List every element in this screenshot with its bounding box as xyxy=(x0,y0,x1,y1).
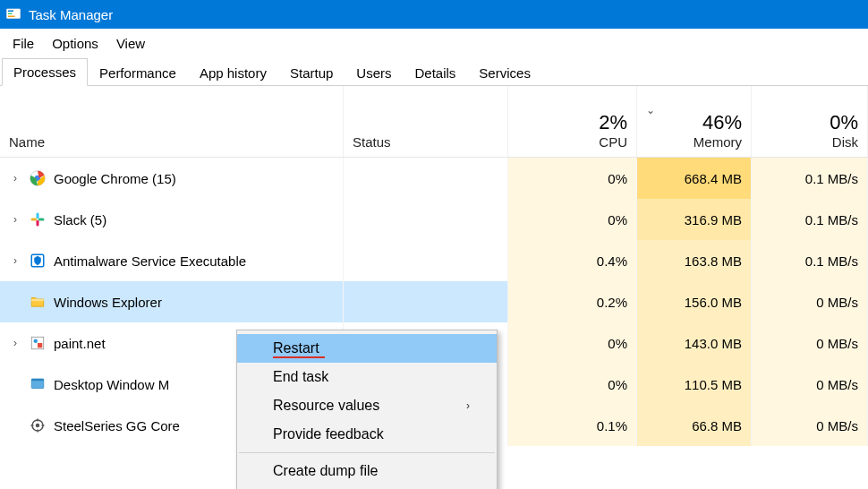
process-name: Antimalware Service Executable xyxy=(54,253,246,269)
cell-status xyxy=(344,199,508,240)
header-cpu-label: CPU xyxy=(599,134,627,150)
cell-disk: 0 MB/s xyxy=(752,364,868,405)
ctx-resource-values-label: Resource values xyxy=(273,398,379,414)
cell-disk: 0 MB/s xyxy=(752,281,868,322)
cell-name: Windows Explorer xyxy=(0,281,344,322)
table-row[interactable]: › Antimalware Service Executable 0.4% 16… xyxy=(0,240,868,281)
menu-view[interactable]: View xyxy=(107,32,154,55)
svg-rect-8 xyxy=(37,220,39,227)
header-disk-label: Disk xyxy=(832,134,858,150)
cell-cpu: 0% xyxy=(508,158,637,199)
tab-startup[interactable]: Startup xyxy=(278,59,345,86)
menu-options[interactable]: Options xyxy=(43,32,107,55)
cell-disk: 0 MB/s xyxy=(752,322,868,364)
annotation-underline xyxy=(273,356,325,358)
process-name: Windows Explorer xyxy=(54,295,162,310)
svg-rect-3 xyxy=(8,16,15,18)
context-menu: Restart End task Resource values › Provi… xyxy=(236,330,498,489)
svg-rect-16 xyxy=(31,379,44,381)
cell-memory: 156.0 MB xyxy=(637,281,752,322)
header-memory-label: Memory xyxy=(694,134,742,150)
process-name: SteelSeries GG Core xyxy=(54,418,180,433)
header-cpu[interactable]: 2% CPU xyxy=(508,86,637,157)
ctx-create-dump-file[interactable]: Create dump file xyxy=(237,457,497,485)
ctx-restart[interactable]: Restart xyxy=(237,334,497,363)
ctx-provide-feedback[interactable]: Provide feedback xyxy=(237,420,497,449)
expand-icon[interactable]: › xyxy=(9,337,21,349)
table-row[interactable]: › Slack (5) 0% 316.9 MB 0.1 MB/s xyxy=(0,199,868,240)
tab-processes[interactable]: Processes xyxy=(2,58,88,86)
tab-details[interactable]: Details xyxy=(404,59,468,86)
expand-icon[interactable]: › xyxy=(9,254,21,267)
cell-cpu: 0.1% xyxy=(508,405,637,446)
tab-performance[interactable]: Performance xyxy=(88,59,188,86)
cell-memory: 66.8 MB xyxy=(637,405,752,446)
dwm-icon xyxy=(29,375,47,393)
svg-rect-14 xyxy=(38,343,42,347)
steelseries-icon xyxy=(29,416,47,434)
cell-disk: 0.1 MB/s xyxy=(752,158,868,199)
menu-file[interactable]: File xyxy=(4,32,43,55)
window-title: Task Manager xyxy=(29,7,113,22)
table-row[interactable]: Windows Explorer 0.2% 156.0 MB 0 MB/s xyxy=(0,281,868,322)
ctx-end-task[interactable]: End task xyxy=(237,363,497,391)
cell-status xyxy=(344,240,508,281)
svg-rect-6 xyxy=(37,213,39,219)
sort-indicator-icon: ⌄ xyxy=(646,104,655,116)
expand-icon[interactable]: › xyxy=(9,172,21,184)
cell-cpu: 0% xyxy=(508,322,637,364)
cell-memory: 110.5 MB xyxy=(637,364,752,405)
ctx-end-task-label: End task xyxy=(273,369,328,385)
titlebar[interactable]: Task Manager xyxy=(0,0,868,29)
cell-memory: 668.4 MB xyxy=(637,158,752,199)
svg-rect-2 xyxy=(8,13,13,15)
header-status[interactable]: Status xyxy=(344,86,508,157)
cell-cpu: 0% xyxy=(508,199,637,240)
header-name-label: Name xyxy=(9,134,45,150)
paintnet-icon xyxy=(29,334,47,352)
tab-strip: Processes Performance App history Startu… xyxy=(0,56,868,86)
svg-point-18 xyxy=(36,424,40,428)
process-name: Slack (5) xyxy=(54,212,106,227)
cell-name: › Google Chrome (15) xyxy=(0,158,344,199)
ctx-provide-feedback-label: Provide feedback xyxy=(273,426,384,442)
svg-rect-1 xyxy=(8,11,13,13)
process-name: paint.net xyxy=(54,336,106,351)
table-row[interactable]: › Google Chrome (15) 0% 668.4 MB 0.1 MB/… xyxy=(0,158,868,199)
header-name[interactable]: Name xyxy=(0,86,344,157)
menubar: File Options View xyxy=(0,29,868,56)
header-cpu-pct: 2% xyxy=(599,111,627,134)
svg-rect-9 xyxy=(38,219,45,221)
ctx-separator xyxy=(239,452,495,453)
tab-users[interactable]: Users xyxy=(345,59,403,86)
chrome-icon xyxy=(29,169,47,187)
cell-disk: 0.1 MB/s xyxy=(752,199,868,240)
cell-status xyxy=(344,158,508,199)
tab-app-history[interactable]: App history xyxy=(188,59,278,86)
explorer-icon xyxy=(29,293,47,311)
cell-memory: 316.9 MB xyxy=(637,199,752,240)
cell-memory: 163.8 MB xyxy=(637,240,752,281)
expand-icon[interactable]: › xyxy=(9,213,21,226)
ctx-restart-label: Restart xyxy=(273,340,319,356)
svg-rect-11 xyxy=(31,299,44,301)
header-status-label: Status xyxy=(353,134,391,150)
header-disk-pct: 0% xyxy=(830,111,858,134)
cell-cpu: 0.4% xyxy=(508,240,637,281)
slack-icon xyxy=(29,210,47,228)
cell-cpu: 0.2% xyxy=(508,281,637,322)
app-icon xyxy=(5,6,21,22)
header-memory[interactable]: ⌄ 46% Memory xyxy=(637,86,752,157)
cell-memory: 143.0 MB xyxy=(637,322,752,364)
ctx-resource-values[interactable]: Resource values › xyxy=(237,391,497,420)
header-disk[interactable]: 0% Disk xyxy=(752,86,868,157)
cell-cpu: 0% xyxy=(508,364,637,405)
cell-status xyxy=(344,281,508,322)
cell-disk: 0.1 MB/s xyxy=(752,240,868,281)
svg-rect-7 xyxy=(31,219,38,221)
tab-services[interactable]: Services xyxy=(467,59,542,86)
process-name: Desktop Window M xyxy=(54,377,169,392)
defender-icon xyxy=(29,252,47,270)
process-name: Google Chrome (15) xyxy=(54,171,176,186)
cell-disk: 0 MB/s xyxy=(752,405,868,446)
